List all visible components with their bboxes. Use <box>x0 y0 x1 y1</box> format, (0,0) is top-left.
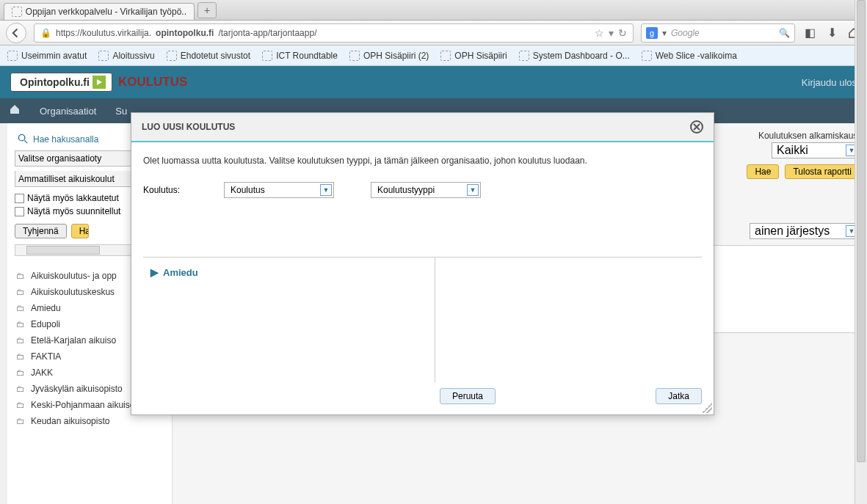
education-select[interactable]: Koulutus ▼ <box>224 182 334 198</box>
app-title: KOULUTUS <box>118 75 187 90</box>
bookmark-item[interactable]: ICT Roundtable <box>262 51 338 61</box>
folder-icon: 🗀 <box>16 351 25 362</box>
dropdown-icon: ▼ <box>467 184 479 196</box>
nav-item-truncated[interactable]: Su <box>115 106 130 117</box>
folder-label: Etelä-Karjalan aikuiso <box>31 335 116 346</box>
bookmarks-bar: Useimmin avatut Aloitussivu Ehdotetut si… <box>0 45 867 66</box>
downloads-button[interactable]: ⬇ <box>824 26 839 40</box>
bookmark-label: Web Slice -valikoima <box>656 51 737 61</box>
continue-button[interactable]: Jatka <box>656 388 702 404</box>
back-button[interactable] <box>6 23 26 43</box>
folder-icon: 🗀 <box>16 319 25 329</box>
logo-area: Opintopolku.fi KOULUTUS <box>10 73 187 92</box>
modal-header: LUO UUSI KOULUTUS <box>131 113 714 142</box>
tab-favicon <box>12 7 22 17</box>
select-value: Valitse organisaatioty <box>18 153 101 164</box>
bookmark-icon <box>98 51 109 61</box>
pocket-button[interactable]: ◧ <box>802 26 817 40</box>
nav-home-icon[interactable] <box>9 103 21 118</box>
search-engine-dd-icon[interactable]: ▾ <box>662 28 667 38</box>
folder-icon: 🗀 <box>16 335 25 346</box>
checkbox[interactable] <box>15 194 24 203</box>
browser-search-box[interactable]: g ▾ Google 🔍 <box>641 23 795 43</box>
folder-icon: 🗀 <box>16 303 25 313</box>
url-refresh-icon[interactable]: ↻ <box>618 27 627 39</box>
checkbox[interactable] <box>15 207 24 216</box>
bookmark-item[interactable]: Web Slice -valikoima <box>642 51 737 61</box>
bookmark-icon <box>7 51 18 61</box>
browser-tab[interactable]: Oppijan verkkopalvelu - Virkailijan työp… <box>4 3 195 20</box>
search-placeholder: Google <box>671 28 700 38</box>
folder-label: Amiedu <box>31 303 61 313</box>
bookmark-icon <box>642 51 652 61</box>
bookmark-label: Ehdotetut sivustot <box>181 51 250 61</box>
new-tab-button[interactable]: + <box>197 2 217 18</box>
scrollbar-thumb[interactable] <box>857 0 866 462</box>
folder-label: Aikuiskoulutuskeskus <box>31 287 115 297</box>
organisation-item[interactable]: ▶ Amiedu <box>150 266 427 278</box>
resize-handle[interactable] <box>702 403 712 413</box>
url-dropdown-icon[interactable]: ▾ <box>609 27 614 39</box>
bookmark-item[interactable]: OPH Sisäpiiri <box>440 51 507 61</box>
season-select[interactable]: Kaikki ▼ <box>772 142 860 158</box>
svg-point-0 <box>18 134 24 140</box>
cancel-button[interactable]: Peruuta <box>440 388 496 404</box>
bookmark-label: OPH Sisäpiiri <box>454 51 507 61</box>
organisation-tree-panel: ▶ Amiedu <box>143 258 435 382</box>
expand-icon[interactable]: ▶ <box>150 266 159 278</box>
logo-play-icon <box>92 76 106 89</box>
bookmark-item[interactable]: System Dashboard - O... <box>519 51 630 61</box>
nav-organisaatiot[interactable]: Organisaatiot <box>40 106 96 117</box>
search-button[interactable]: Ha <box>71 224 89 238</box>
url-text-suffix: /tarjonta-app/tarjontaapp/ <box>218 28 316 38</box>
modal-intro: Olet luomassa uutta koulutusta. Valitse … <box>143 156 702 166</box>
bookmark-item[interactable]: OPH Sisäpiiri (2) <box>349 51 429 61</box>
back-arrow-icon <box>11 28 21 38</box>
logo-text: Opintopolku.fi <box>20 76 90 88</box>
select-value: Kaikki <box>777 144 808 157</box>
folder-item[interactable]: 🗀Keudan aikuisopisto <box>15 413 164 429</box>
education-type-select[interactable]: Koulutustyyppi ▼ <box>371 182 481 198</box>
select-value: ainen järjestys <box>755 224 830 238</box>
url-text-prefix: https://koulutus.virkailija. <box>56 28 151 38</box>
url-text-host: opintopolku.fi <box>156 28 214 38</box>
modal-body: Olet luomassa uutta koulutusta. Valitse … <box>131 142 714 382</box>
select-value: Koulutus <box>231 185 265 195</box>
google-icon: g <box>646 27 658 39</box>
bookmark-label: ICT Roundtable <box>276 51 338 61</box>
bookmark-item[interactable]: Useimmin avatut <box>7 51 87 61</box>
folder-label: Keudan aikuisopisto <box>31 416 109 426</box>
folder-icon: 🗀 <box>16 271 25 281</box>
favorite-star-icon[interactable]: ☆ <box>595 27 604 39</box>
bookmark-icon <box>349 51 360 61</box>
page-scrollbar[interactable] <box>855 0 867 504</box>
sort-select[interactable]: ainen järjestys ▼ <box>750 223 860 239</box>
search-icon <box>18 134 29 145</box>
checkbox-label: Näytä myös suunnitellut <box>27 206 120 216</box>
search-button[interactable]: Hae <box>747 164 779 179</box>
lock-icon: 🔒 <box>40 28 51 38</box>
search-icon[interactable]: 🔍 <box>779 28 790 38</box>
folder-label: FAKTIA <box>31 351 61 362</box>
scrollbar-thumb[interactable] <box>26 246 100 255</box>
svg-line-1 <box>24 140 27 143</box>
search-label: Hae hakusanalla <box>33 134 98 145</box>
organisation-name: Amiedu <box>163 267 198 278</box>
address-bar[interactable]: 🔒 https://koulutus.virkailija.opintopolk… <box>34 23 634 43</box>
logo[interactable]: Opintopolku.fi <box>10 73 112 92</box>
form-label: Koulutus: <box>143 185 187 195</box>
browser-tab-strip: Oppijan verkkopalvelu - Virkailijan työp… <box>0 0 867 21</box>
close-icon <box>693 123 700 131</box>
logout-link[interactable]: Kirjaudu ulos <box>802 77 857 88</box>
url-toolbar: 🔒 https://koulutus.virkailija.opintopolk… <box>0 21 867 45</box>
report-button[interactable]: Tulosta raportti <box>785 164 860 179</box>
bookmark-item[interactable]: Aloitussivu <box>98 51 154 61</box>
panels: ▶ Amiedu <box>143 257 702 382</box>
clear-button[interactable]: Tyhjennä <box>15 224 67 238</box>
modal-title: LUO UUSI KOULUTUS <box>142 122 235 132</box>
close-button[interactable] <box>690 120 703 134</box>
bookmark-icon <box>262 51 272 61</box>
bookmark-icon <box>167 51 177 61</box>
bookmark-item[interactable]: Ehdotetut sivustot <box>167 51 250 61</box>
bookmark-icon <box>440 51 451 61</box>
